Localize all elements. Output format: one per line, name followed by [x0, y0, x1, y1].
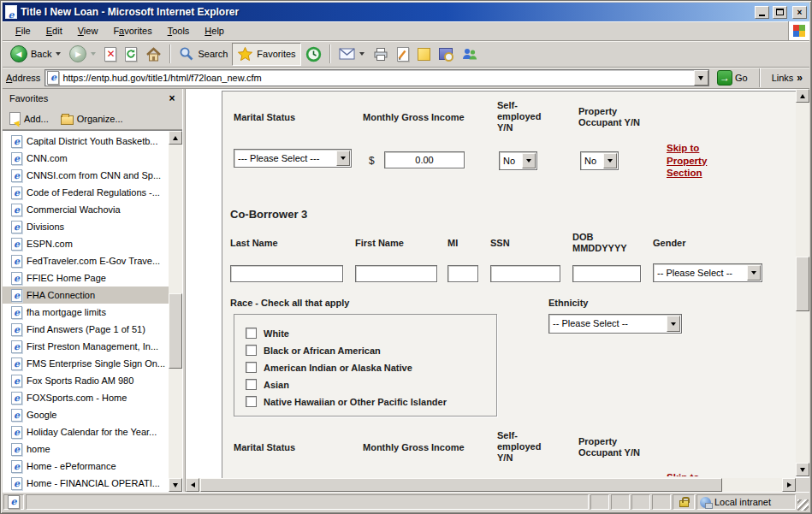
favorite-item[interactable]: FMS Enterprise Single Sign On...	[3, 355, 169, 372]
ethnicity-select[interactable]: -- Please Select --	[548, 314, 682, 334]
scrollbar-thumb[interactable]	[169, 293, 182, 369]
forward-button[interactable]: ►	[65, 43, 100, 66]
favorite-item[interactable]: Commercial Wachovia	[3, 201, 169, 218]
favorite-item[interactable]: Find Answers (Page 1 of 51)	[3, 321, 169, 338]
favorite-item[interactable]: FHA Connection	[3, 287, 169, 304]
scroll-left-button[interactable]	[186, 478, 199, 492]
scroll-up-button[interactable]	[169, 131, 182, 145]
self-employed-select[interactable]: No	[499, 151, 537, 170]
race-checkbox[interactable]	[246, 345, 257, 356]
race-checkbox[interactable]	[246, 328, 257, 339]
favorite-item[interactable]: Home - FINANCIAL OPERATI...	[3, 475, 169, 492]
go-button[interactable]: → Go	[714, 69, 751, 86]
home-button[interactable]	[141, 43, 166, 66]
menu-item-help[interactable]: Help	[197, 23, 232, 38]
favorite-item[interactable]: Google	[3, 406, 169, 423]
favorites-button[interactable]: Favorites	[232, 43, 300, 66]
main-area: Favorites × Add... Organize... Capital D…	[3, 89, 809, 492]
mi-input[interactable]	[447, 265, 478, 282]
scrollbar-thumb[interactable]	[796, 257, 809, 311]
favorite-item[interactable]: Holiday Calendar for the Year...	[3, 423, 169, 440]
favorite-item[interactable]: CNN.com	[3, 150, 169, 167]
browser-window: Title I New Loan - Microsoft Internet Ex…	[0, 0, 812, 514]
skip-to-property-link-2[interactable]: Skip to Property Section	[667, 472, 707, 476]
favorite-item[interactable]: FedTraveler.com E-Gov Trave...	[3, 252, 169, 269]
dob-input[interactable]	[572, 265, 641, 282]
monthly-income-input[interactable]	[384, 151, 465, 168]
menu-item-file[interactable]: File	[8, 23, 39, 38]
messenger-button[interactable]	[457, 43, 482, 66]
favorite-item[interactable]: home	[3, 440, 169, 458]
ssn-input[interactable]	[490, 265, 560, 282]
minimize-button[interactable]	[755, 6, 769, 19]
favorite-item[interactable]: FFIEC Home Page	[3, 269, 169, 287]
favorite-item[interactable]: Code of Federal Regulations -...	[3, 184, 169, 201]
add-favorite-button[interactable]: Add...	[9, 112, 49, 125]
content-vertical-scrollbar[interactable]	[796, 89, 809, 476]
menu-item-view[interactable]: View	[70, 23, 106, 38]
combo-arrow-button[interactable]	[747, 265, 761, 281]
menu-items: FileEditViewFavoritesToolsHelp	[3, 21, 788, 40]
favorite-item[interactable]: ESPN.com	[3, 235, 169, 252]
menu-item-tools[interactable]: Tools	[160, 23, 198, 38]
content-horizontal-scrollbar[interactable]	[186, 478, 796, 492]
favorite-item[interactable]: Capital District Youth Basketb...	[3, 133, 169, 150]
mail-button[interactable]	[335, 43, 369, 66]
menu-item-favorites[interactable]: Favorites	[105, 23, 159, 38]
history-button[interactable]	[301, 43, 326, 66]
menu-item-edit[interactable]: Edit	[39, 23, 70, 38]
favorite-item[interactable]: First Preston Management, In...	[3, 338, 169, 355]
race-checkbox[interactable]	[246, 362, 257, 373]
scroll-up-button[interactable]	[796, 89, 809, 103]
favorite-item[interactable]: fha mortgage limits	[3, 304, 169, 321]
research-button[interactable]	[435, 43, 457, 66]
favorite-item[interactable]: CNNSI.com from CNN and Sp...	[3, 167, 169, 184]
favorite-item[interactable]: Home - ePeformance	[3, 458, 169, 475]
back-button[interactable]: ◄ Back	[6, 43, 65, 66]
property-occupant-select[interactable]: No	[580, 151, 619, 170]
combo-arrow-button[interactable]	[667, 316, 680, 332]
race-option-row: Native Hawaiian or Other Pacific Islande…	[246, 396, 447, 407]
gender-select[interactable]: -- Please Select --	[653, 263, 762, 282]
address-field[interactable]: https://entp.hud.gov/title1/html/f72loan…	[44, 69, 709, 86]
favorite-item[interactable]: Fox Sports Radio AM 980	[3, 372, 169, 389]
edit-icon	[397, 47, 409, 62]
go-arrow-icon: →	[717, 70, 732, 86]
scroll-right-button[interactable]	[782, 478, 796, 492]
first-name-input[interactable]	[355, 265, 437, 282]
organize-favorites-button[interactable]: Organize...	[61, 113, 123, 125]
address-url[interactable]: https://entp.hud.gov/title1/html/f72loan…	[62, 73, 690, 83]
address-dropdown-button[interactable]	[694, 70, 708, 86]
favorites-pane-close-button[interactable]: ×	[165, 92, 179, 104]
edit-button[interactable]	[393, 43, 413, 66]
mail-dropdown-icon[interactable]	[359, 52, 365, 56]
skip-to-property-link[interactable]: Skip to Property Section	[667, 142, 726, 180]
close-button[interactable]: ×	[792, 6, 807, 19]
combo-arrow-button[interactable]	[522, 153, 536, 168]
toolbar-separator	[329, 44, 331, 63]
discuss-button[interactable]	[413, 43, 435, 66]
maximize-button[interactable]	[773, 6, 787, 19]
back-label: Back	[31, 49, 51, 59]
race-checkbox[interactable]	[246, 379, 257, 390]
refresh-button[interactable]	[121, 43, 141, 66]
windows-logo-box	[788, 21, 809, 40]
favorite-item[interactable]: FOXSports.com - Home	[3, 389, 169, 406]
scroll-down-button[interactable]	[169, 478, 182, 492]
resize-grip-icon[interactable]	[797, 499, 809, 511]
combo-arrow-button[interactable]	[336, 151, 350, 166]
scrollbar-thumb[interactable]	[200, 478, 722, 492]
favorite-item[interactable]: Divisions	[3, 218, 169, 235]
combo-arrow-button[interactable]	[603, 153, 617, 168]
marital-status-select[interactable]: --- Please Select ---	[234, 149, 352, 168]
search-button[interactable]: Search	[175, 43, 232, 66]
links-button[interactable]: Links »	[768, 72, 806, 84]
scroll-down-button[interactable]	[796, 463, 809, 476]
print-button[interactable]	[369, 43, 393, 66]
back-dropdown-icon[interactable]	[56, 52, 61, 56]
favorites-scrollbar[interactable]	[169, 131, 182, 492]
forward-dropdown-icon[interactable]	[91, 52, 96, 56]
last-name-input[interactable]	[230, 265, 343, 282]
stop-button[interactable]: ✕	[100, 43, 121, 66]
race-checkbox[interactable]	[246, 396, 257, 407]
